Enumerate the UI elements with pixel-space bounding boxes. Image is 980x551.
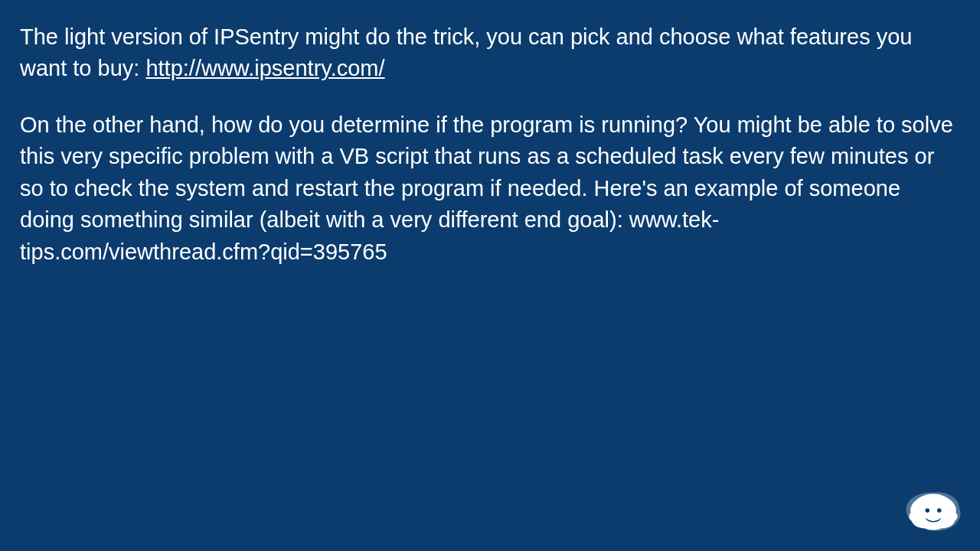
mascot-icon <box>903 487 963 534</box>
svg-point-3 <box>937 508 942 513</box>
svg-point-2 <box>925 508 929 513</box>
paragraph-2-text: On the other hand, how do you determine … <box>20 112 953 264</box>
paragraph-1: The light version of IPSentry might do t… <box>20 21 960 85</box>
paragraph-2: On the other hand, how do you determine … <box>20 109 960 268</box>
content-area: The light version of IPSentry might do t… <box>0 0 980 268</box>
ipsentry-link[interactable]: http://www.ipsentry.com/ <box>145 56 384 80</box>
